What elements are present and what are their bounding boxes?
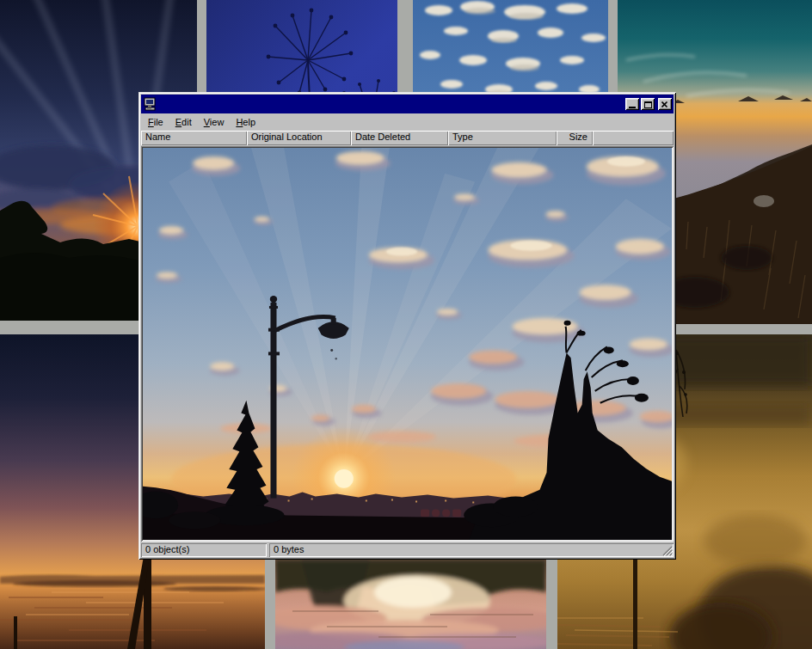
maximize-icon bbox=[644, 101, 652, 108]
column-header-name[interactable]: Name bbox=[141, 131, 247, 145]
status-object-count: 0 object(s) bbox=[141, 543, 267, 557]
menu-edit[interactable]: Edit bbox=[169, 115, 198, 129]
desktop: { "window": { "title": "", "icons": { "w… bbox=[0, 0, 812, 649]
status-size-text: 0 bytes bbox=[274, 544, 304, 554]
column-header-date-deleted[interactable]: Date Deleted bbox=[351, 131, 448, 145]
column-headers: Name Original Location Date Deleted Type… bbox=[141, 131, 674, 145]
close-button[interactable] bbox=[658, 98, 672, 110]
menu-view[interactable]: View bbox=[198, 115, 231, 129]
title-bar[interactable] bbox=[141, 95, 674, 113]
list-view-area[interactable] bbox=[141, 146, 674, 542]
menu-bar: File Edit View Help bbox=[141, 113, 674, 131]
column-header-type[interactable]: Type bbox=[448, 131, 557, 145]
resize-grip-icon[interactable] bbox=[661, 545, 673, 556]
column-header-original-location[interactable]: Original Location bbox=[247, 131, 351, 145]
menu-help[interactable]: Help bbox=[230, 115, 261, 129]
column-header-blank[interactable] bbox=[593, 131, 674, 145]
column-header-size[interactable]: Size bbox=[557, 131, 593, 145]
close-icon bbox=[661, 101, 668, 107]
recycle-bin-window: File Edit View Help Name Original Locati… bbox=[138, 92, 676, 560]
computer-icon bbox=[144, 97, 157, 111]
minimize-button[interactable] bbox=[625, 98, 639, 110]
minimize-icon bbox=[629, 107, 636, 108]
maximize-button[interactable] bbox=[641, 98, 655, 110]
lamp-post-sunset-photo bbox=[143, 148, 672, 540]
status-bar: 0 object(s) 0 bytes bbox=[141, 543, 674, 557]
menu-file[interactable]: File bbox=[142, 115, 169, 129]
status-size: 0 bytes bbox=[269, 543, 674, 557]
